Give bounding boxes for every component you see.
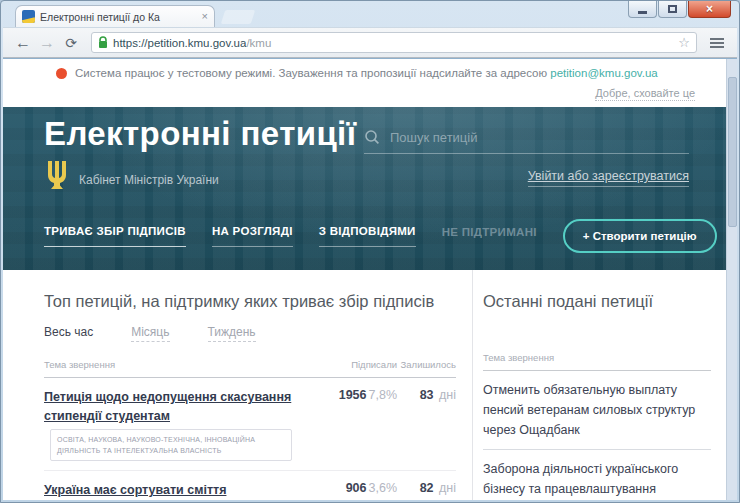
sidebar-header-divider bbox=[483, 370, 711, 371]
org-name: Кабінет Міністрів України bbox=[79, 173, 219, 187]
filter-all-time[interactable]: Весь час bbox=[44, 325, 93, 339]
browser-tab[interactable]: Електронні петиції до Ка × bbox=[15, 5, 215, 27]
signed-percent: 7,8% bbox=[369, 388, 398, 402]
category-tag[interactable]: ОСВІТА, НАУКОВА, НАУКОВО-ТЕХНІЧНА, ІННОВ… bbox=[50, 429, 292, 461]
site-title: Електронні петиції bbox=[44, 115, 356, 153]
window-titlebar[interactable]: Електронні петиції до Ка × × bbox=[1, 1, 739, 27]
reload-icon[interactable]: ⟳ bbox=[59, 36, 83, 50]
notice-email-link[interactable]: petition@kmu.gov.ua bbox=[550, 67, 657, 79]
signed-count: 1956 bbox=[339, 388, 367, 402]
petition-title-link[interactable]: Україна має сортувати сміття bbox=[44, 483, 226, 497]
test-mode-notice: Система працює у тестовому режимі. Заува… bbox=[3, 59, 728, 107]
column-topic: Тема звернення bbox=[44, 359, 331, 370]
window-controls: × bbox=[628, 1, 731, 18]
scrollbar-thumb[interactable] bbox=[728, 77, 737, 227]
signed-percent: 3,6% bbox=[369, 481, 398, 495]
site-header: Електронні петиції Кабінет Міністрів Укр… bbox=[3, 107, 728, 270]
browser-window: Електронні петиції до Ка × × ← → ⟳ https… bbox=[0, 0, 740, 503]
minimize-icon bbox=[638, 11, 647, 14]
petition-nav: ТРИВАЄ ЗБІР ПІДПИСІВ НА РОЗГЛЯДІ З ВІДПО… bbox=[44, 215, 689, 257]
maximize-icon bbox=[668, 5, 677, 13]
recent-petition-link[interactable]: Заборона діяльності українського бізнесу… bbox=[483, 449, 711, 500]
recent-petition-link[interactable]: Отменить обязательную выплату пенсий вет… bbox=[483, 371, 711, 449]
close-button[interactable]: × bbox=[688, 1, 731, 18]
table-header: Тема звернення Підписали Залишилось bbox=[44, 359, 456, 370]
create-petition-button[interactable]: + Створити петицію bbox=[563, 219, 717, 253]
site-favicon-icon bbox=[22, 10, 35, 23]
column-remaining: Залишилось bbox=[397, 359, 456, 370]
address-bar[interactable]: https://petition.kmu.gov.ua/kmu ☆ bbox=[91, 32, 697, 53]
search-input[interactable] bbox=[390, 130, 650, 145]
sidebar-column-topic: Тема звернення bbox=[483, 352, 711, 363]
page-scrollbar[interactable] bbox=[726, 59, 737, 500]
signed-count: 906 bbox=[346, 481, 367, 495]
sidebar-title: Останні подані петиції bbox=[483, 292, 711, 311]
filter-month[interactable]: Місяць bbox=[131, 325, 169, 342]
tab-collecting-signatures[interactable]: ТРИВАЄ ЗБІР ПІДПИСІВ bbox=[44, 225, 186, 247]
url-text: https://petition.kmu.gov.ua bbox=[113, 37, 246, 49]
days-cell: 82 дні bbox=[397, 481, 456, 500]
column-divider bbox=[472, 270, 473, 500]
notice-message-text: Система працює у тестовому режимі. Заува… bbox=[75, 67, 547, 79]
signin-link[interactable]: Увійти або зареєструватися bbox=[528, 169, 689, 187]
column-signed: Підписали bbox=[331, 359, 397, 370]
tab-title: Електронні петиції до Ка bbox=[40, 11, 197, 23]
https-lock-icon bbox=[98, 36, 108, 49]
url-path-text: /kmu bbox=[246, 37, 271, 49]
days-count: 82 bbox=[420, 481, 434, 495]
days-cell: 83 дні bbox=[397, 388, 456, 461]
petition-title-link[interactable]: Петиція щодо недопущення скасування стип… bbox=[44, 390, 291, 423]
notice-message: Система працює у тестовому режимі. Заува… bbox=[75, 67, 658, 79]
days-count: 83 bbox=[420, 388, 434, 402]
days-unit: дні bbox=[439, 388, 456, 402]
search-icon bbox=[364, 129, 380, 145]
bookmark-star-icon[interactable]: ☆ bbox=[678, 36, 690, 49]
tab-under-review[interactable]: НА РОЗГЛЯДІ bbox=[212, 225, 293, 247]
new-tab-button[interactable] bbox=[221, 10, 256, 24]
close-icon: × bbox=[706, 3, 713, 15]
browser-toolbar: ← → ⟳ https://petition.kmu.gov.ua/kmu ☆ bbox=[3, 27, 737, 58]
status-dot-icon bbox=[56, 68, 67, 79]
petition-body: Петиція щодо недопущення скасування стип… bbox=[44, 388, 331, 461]
recent-petitions-section: Останні подані петиції Тема звернення От… bbox=[483, 270, 711, 500]
petition-body: Україна має сортувати сміттяКОМУНАЛЬНЕ Г… bbox=[44, 481, 331, 500]
tab-not-supported[interactable]: НЕ ПІДТРИМАНІ bbox=[442, 226, 537, 247]
trident-emblem-icon bbox=[45, 161, 67, 193]
forward-icon[interactable]: → bbox=[35, 35, 59, 51]
days-unit: дні bbox=[439, 481, 456, 495]
tab-close-icon[interactable]: × bbox=[202, 11, 208, 22]
signed-cell: 9063,6% bbox=[331, 481, 397, 500]
section-title: Топ петицій, на підтримку яких триває зб… bbox=[44, 292, 456, 311]
filter-week[interactable]: Тиждень bbox=[208, 325, 256, 342]
maximize-button[interactable] bbox=[658, 1, 687, 18]
top-petitions-section: Топ петицій, на підтримку яких триває зб… bbox=[44, 270, 456, 500]
dismiss-notice-link[interactable]: Добре, сховайте це bbox=[595, 87, 695, 101]
minimize-button[interactable] bbox=[628, 1, 657, 18]
chrome-menu-icon[interactable] bbox=[705, 38, 729, 48]
petition-row: Україна має сортувати сміттяКОМУНАЛЬНЕ Г… bbox=[44, 470, 456, 500]
tab-with-answers[interactable]: З ВІДПОВІДЯМИ bbox=[319, 225, 416, 247]
back-icon[interactable]: ← bbox=[11, 35, 35, 51]
signed-cell: 19567,8% bbox=[331, 388, 397, 461]
time-filters: Весь час Місяць Тиждень bbox=[44, 325, 456, 342]
search-box[interactable] bbox=[364, 129, 689, 154]
petition-row: Петиція щодо недопущення скасування стип… bbox=[44, 378, 456, 470]
page-viewport: Система працює у тестовому режимі. Заува… bbox=[3, 58, 737, 500]
